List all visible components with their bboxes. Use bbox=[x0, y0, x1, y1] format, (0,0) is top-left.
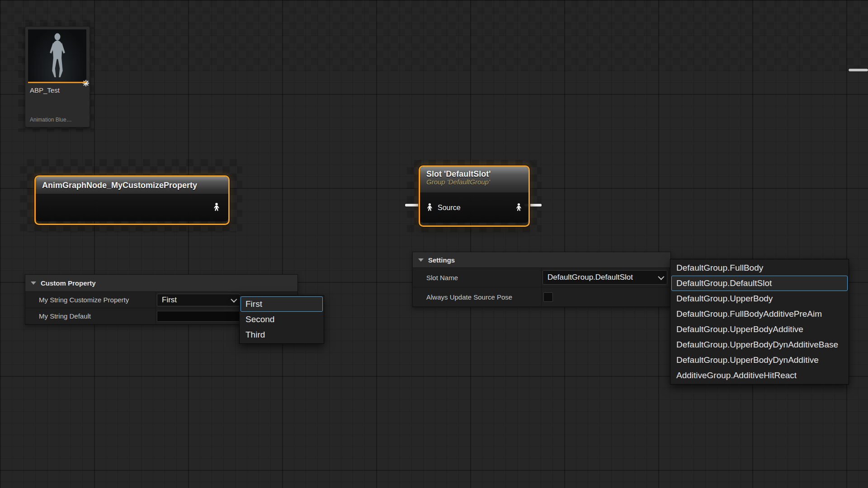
mannequin-icon bbox=[46, 32, 69, 79]
combobox-value: DefaultGroup.DefaultSlot bbox=[547, 273, 633, 282]
graph-grid-background bbox=[0, 0, 868, 488]
node-header[interactable]: Slot 'DefaultSlot' Group 'DefaultGroup' bbox=[420, 167, 528, 193]
source-input-pin[interactable] bbox=[425, 203, 434, 213]
always-update-source-pose-checkbox[interactable] bbox=[543, 292, 553, 302]
property-row-always-update-source-pose: Always Update Source Pose bbox=[413, 287, 670, 307]
my-string-default-input[interactable] bbox=[157, 311, 240, 322]
node-subtitle: Group 'DefaultGroup' bbox=[426, 178, 522, 186]
combobox-value: First bbox=[162, 296, 177, 305]
dropdown-item[interactable]: DefaultGroup.UpperBodyDynAdditive bbox=[671, 352, 848, 368]
dropdown-item[interactable]: DefaultGroup.FullBody bbox=[671, 260, 848, 276]
asset-type-color-bar bbox=[28, 82, 86, 83]
dropdown-item[interactable]: DefaultGroup.UpperBodyAdditive bbox=[671, 322, 848, 337]
string-property-dropdown-menu: First Second Third bbox=[239, 295, 324, 344]
asset-thumbnail bbox=[28, 29, 86, 82]
slot-input-wire-stub bbox=[405, 204, 420, 206]
node-body bbox=[36, 194, 228, 221]
slot-name-combobox[interactable]: DefaultGroup.DefaultSlot bbox=[542, 270, 667, 285]
dropdown-item-third[interactable]: Third bbox=[241, 327, 323, 343]
person-pose-icon bbox=[425, 203, 434, 211]
node-title: AnimGraphNode_MyCustomizeProperty bbox=[42, 181, 197, 190]
dropdown-item[interactable]: DefaultGroup.UpperBodyDynAdditiveBase bbox=[671, 337, 848, 352]
property-label: My String Default bbox=[25, 308, 156, 324]
property-label: My String Customize Property bbox=[25, 292, 156, 308]
dropdown-item-first[interactable]: First bbox=[241, 296, 323, 312]
person-pose-icon bbox=[514, 203, 523, 211]
slot-name-dropdown-menu: DefaultGroup.FullBody DefaultGroup.Defau… bbox=[670, 259, 849, 385]
property-label: Always Update Source Pose bbox=[413, 287, 541, 306]
dropdown-item[interactable]: DefaultGroup.UpperBody bbox=[671, 291, 848, 306]
node-title: Slot 'DefaultSlot' bbox=[426, 169, 522, 179]
collapse-arrow-icon bbox=[31, 282, 36, 285]
property-label: Slot Name bbox=[413, 268, 541, 287]
dropdown-item[interactable]: DefaultGroup.FullBodyAdditivePreAim bbox=[671, 306, 848, 322]
dropdown-item[interactable]: AdditiveGroup.AdditiveHitReact bbox=[671, 368, 848, 383]
unsaved-changes-icon bbox=[82, 79, 90, 87]
person-pose-icon bbox=[212, 202, 221, 211]
collapse-arrow-icon bbox=[418, 258, 424, 262]
custom-property-section-header[interactable]: Custom Property bbox=[25, 275, 297, 292]
asset-card-abp-test[interactable]: ABP_Test Animation Blue… bbox=[25, 26, 90, 127]
node-animgraphnode-mycustomizeproperty[interactable]: AnimGraphNode_MyCustomizeProperty bbox=[34, 175, 230, 225]
pose-output-pin[interactable] bbox=[514, 203, 523, 213]
node-slot-defaultslot[interactable]: Slot 'DefaultSlot' Group 'DefaultGroup' … bbox=[419, 165, 530, 227]
my-string-customize-combobox[interactable]: First bbox=[157, 294, 240, 306]
dropdown-item-second[interactable]: Second bbox=[241, 312, 323, 327]
section-title: Custom Property bbox=[41, 279, 96, 287]
node-header[interactable]: AnimGraphNode_MyCustomizeProperty bbox=[36, 177, 228, 194]
settings-section: Settings Slot Name DefaultGroup.DefaultS… bbox=[412, 252, 671, 307]
dropdown-item[interactable]: DefaultGroup.DefaultSlot bbox=[671, 276, 848, 291]
graph-wire-stub-top-right bbox=[849, 69, 868, 71]
blueprint-graph-canvas[interactable]: ABP_Test Animation Blue… AnimGraphNode_M… bbox=[0, 0, 868, 488]
source-pin-label: Source bbox=[438, 204, 461, 212]
settings-section-header[interactable]: Settings bbox=[413, 252, 670, 268]
section-title: Settings bbox=[428, 256, 455, 264]
asset-name: ABP_Test bbox=[30, 86, 60, 94]
property-row-slot-name: Slot Name DefaultGroup.DefaultSlot bbox=[413, 268, 670, 287]
chevron-down-icon bbox=[231, 296, 237, 302]
pose-output-pin[interactable] bbox=[212, 202, 221, 213]
asset-type-label: Animation Blue… bbox=[30, 117, 72, 123]
node-body: Source bbox=[420, 193, 528, 223]
chevron-down-icon bbox=[658, 274, 664, 280]
